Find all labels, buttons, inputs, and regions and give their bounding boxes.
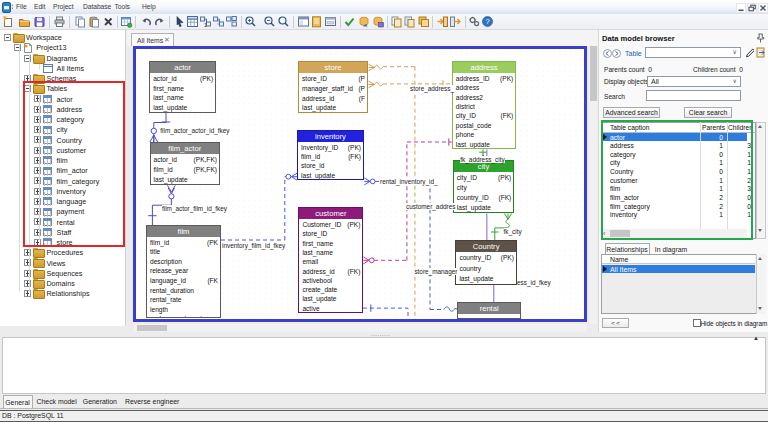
svg-text:1: 1 [204,22,207,28]
svg-text:?: ? [485,17,489,26]
